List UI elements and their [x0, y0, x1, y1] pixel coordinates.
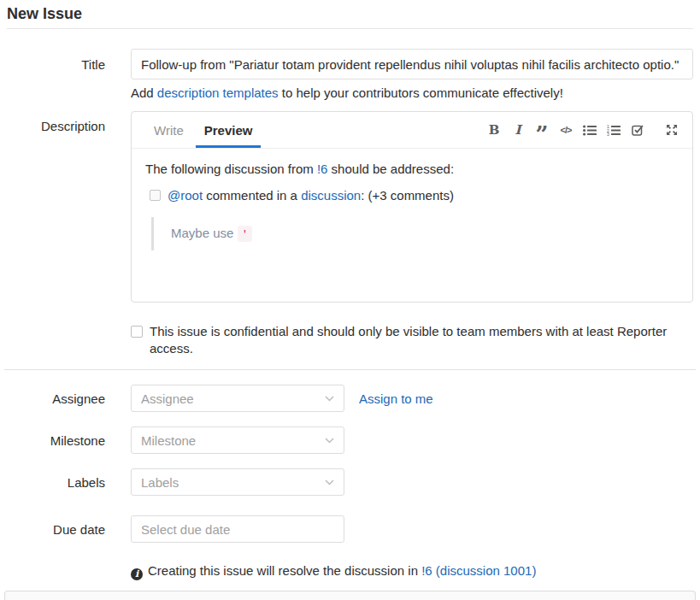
labels-row: Labels Labels [7, 468, 693, 496]
resolve-note-text: Creating this issue will resolve the dis… [148, 563, 421, 578]
merge-request-link[interactable]: !6 [317, 162, 328, 176]
code-icon[interactable]: </> [558, 120, 574, 140]
confidential-checkbox[interactable] [131, 326, 143, 338]
title-label: Title [7, 57, 105, 72]
editor-tabs: Write Preview [145, 112, 264, 148]
assignee-label: Assignee [7, 391, 105, 406]
tab-write[interactable]: Write [145, 112, 192, 148]
assignee-dropdown[interactable]: Assignee [131, 385, 344, 412]
markdown-toolbar: B I ” </> 123 [478, 112, 679, 148]
confidential-text: This issue is confidential and should on… [150, 323, 678, 357]
numbered-list-icon[interactable]: 123 [606, 120, 621, 140]
due-date-label: Due date [7, 522, 105, 537]
quote-text: Maybe use [171, 226, 238, 240]
resolve-discussion-link[interactable]: !6 (discussion 1001) [421, 563, 536, 578]
author-link[interactable]: @root [168, 188, 203, 203]
task-list-icon[interactable] [630, 120, 645, 140]
section-divider [4, 369, 696, 370]
svg-text:3: 3 [607, 132, 609, 136]
title-help-text: Add description templates to help your c… [131, 85, 693, 102]
tab-preview[interactable]: Preview [196, 112, 262, 148]
task-checkbox [150, 190, 161, 201]
help-prefix: Add [131, 85, 157, 100]
quote-icon[interactable]: ” [534, 120, 550, 140]
markdown-editor: Write Preview B I ” </> 123 [131, 111, 693, 303]
chevron-down-icon [325, 438, 334, 444]
description-templates-link[interactable]: description templates [157, 85, 279, 100]
task-list-item: @root commented in a discussion: (+3 com… [150, 186, 679, 251]
info-icon: i [131, 568, 143, 580]
labels-dropdown[interactable]: Labels [131, 468, 344, 496]
title-input[interactable] [131, 49, 693, 79]
form-footer-strip [4, 591, 696, 600]
fullscreen-icon[interactable] [664, 120, 679, 140]
task-suffix-text: : (+3 comments) [361, 188, 454, 203]
markdown-preview: The following discussion from !6 should … [132, 149, 692, 302]
quoted-comment: Maybe use ' [151, 217, 679, 251]
due-date-row: Due date [7, 515, 693, 543]
assignee-row: Assignee Assignee Assign to me [7, 385, 693, 412]
preview-intro-line: The following discussion from !6 should … [145, 160, 679, 179]
new-issue-page: New Issue Title Add description template… [0, 0, 700, 600]
confidential-checkbox-label: This issue is confidential and should on… [131, 323, 693, 357]
help-suffix: to help your contributors communicate ef… [279, 85, 563, 100]
intro-prefix: The following discussion from [145, 162, 317, 176]
labels-label: Labels [7, 475, 105, 490]
assignee-dropdown-value: Assignee [141, 391, 194, 406]
chevron-down-icon [325, 396, 334, 402]
confidential-row: This issue is confidential and should on… [7, 323, 693, 357]
title-row: Title [7, 49, 693, 79]
intro-suffix: should be addressed: [327, 162, 454, 176]
quote-code-span: ' [238, 226, 253, 242]
milestone-dropdown[interactable]: Milestone [131, 426, 344, 454]
due-date-input[interactable] [131, 515, 344, 543]
markdown-editor-header: Write Preview B I ” </> 123 [132, 112, 692, 149]
bold-icon[interactable]: B [486, 120, 502, 140]
task-list: @root commented in a discussion: (+3 com… [145, 186, 679, 251]
task-middle-text: commented in a [203, 188, 301, 203]
milestone-dropdown-value: Milestone [141, 433, 196, 448]
assign-to-me-link[interactable]: Assign to me [359, 391, 433, 406]
milestone-label: Milestone [7, 433, 105, 448]
chevron-down-icon [325, 479, 334, 485]
italic-icon[interactable]: I [510, 120, 526, 140]
milestone-row: Milestone Milestone [7, 426, 693, 454]
discussion-link[interactable]: discussion [301, 188, 361, 203]
resolve-note-row: iCreating this issue will resolve the di… [7, 562, 693, 580]
bullet-list-icon[interactable] [582, 120, 597, 140]
description-label: Description [7, 111, 105, 303]
page-title: New Issue [7, 0, 693, 29]
description-row: Description Write Preview B I ” </> [7, 111, 693, 303]
labels-dropdown-value: Labels [141, 475, 179, 490]
